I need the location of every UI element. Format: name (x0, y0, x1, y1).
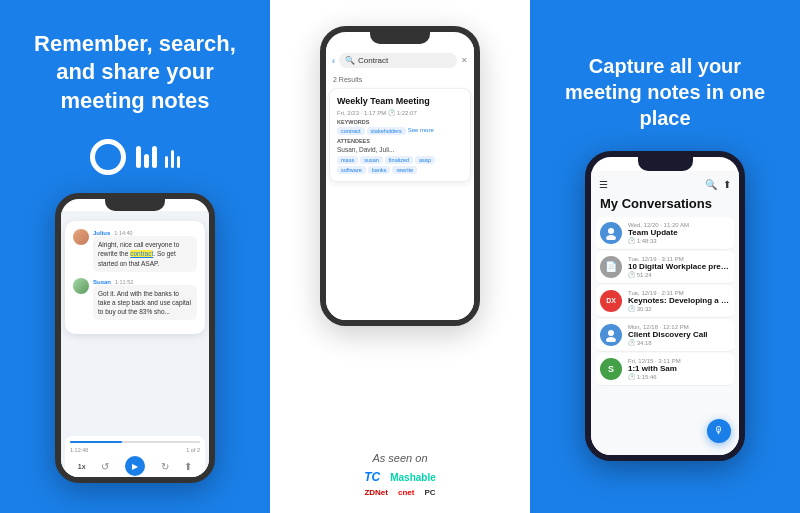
progress-bar-container (70, 441, 200, 443)
attendees-section: ATTENDEES Susan, David, Juli... (337, 138, 463, 153)
panel-right: Capture all your meeting notes in one pl… (530, 0, 800, 513)
keywords-tags: contract stakeholders See more (337, 127, 463, 135)
logo-bar-6 (177, 156, 180, 168)
app-logo (90, 139, 180, 175)
results-count: 2 Results (329, 74, 471, 85)
phone-middle-notch (370, 32, 430, 44)
panel-middle: ‹ 🔍 Contract ✕ 2 Results Weekly Team Mee… (270, 0, 530, 513)
conv-duration-5: 🕐 1:15:46 (628, 373, 730, 380)
forward-icon[interactable]: ↻ (161, 461, 169, 472)
play-btn[interactable]: ▶ (125, 456, 145, 476)
conv-item-5[interactable]: S Fri, 12/15 · 3:11 PM 1:1 with Sam 🕐 1:… (596, 353, 734, 386)
keywords-section: KEYWORDS contract stakeholders See more (337, 119, 463, 135)
tag-asap: asap (415, 156, 435, 164)
share-icon[interactable]: ⬆ (184, 461, 192, 472)
logo-container (90, 139, 180, 175)
conv-info-4: Mon, 12/18 · 12:12 PM Client Discovery C… (628, 324, 730, 346)
panel-left: Remember, search, and share your meeting… (0, 0, 270, 513)
tag-contract: contract (337, 127, 365, 135)
extra-tags: mass susan finalized asap software banks… (337, 156, 463, 174)
avatar-susan (73, 278, 89, 294)
conv-avatar-5: S (600, 358, 622, 380)
conv-avatar-4 (600, 324, 622, 346)
topbar-icons: 🔍 ⬆ (705, 179, 731, 190)
phone-right-notch (638, 157, 693, 171)
logo-bars-icon (136, 146, 180, 168)
search-magnifier-icon: 🔍 (345, 56, 355, 65)
conv-info-3: Tue, 12/19 · 2:31 PM Keynotes: Developin… (628, 290, 730, 312)
right-tagline: Capture all your meeting notes in one pl… (550, 53, 780, 131)
search-bar[interactable]: 🔍 Contract (339, 53, 457, 68)
transcript-row-susan: Susan 1:11:52 Got it. And with the banks… (73, 278, 197, 320)
susan-time: 1:11:52 (115, 279, 133, 285)
logo-bar-1 (136, 146, 141, 168)
phone-right-mockup: ☰ 🔍 ⬆ My Conversations (585, 151, 745, 461)
search-topbar-icon[interactable]: 🔍 (705, 179, 717, 190)
conv-avatar-3: DX (600, 290, 622, 312)
conv-name-1: Team Update (628, 228, 730, 237)
susan-speaker-line: Susan 1:11:52 (93, 278, 197, 285)
svg-point-1 (606, 235, 616, 240)
tag-software: software (337, 166, 366, 174)
phone-left-mockup: Julius 1:14:40 Alright, nice call everyo… (55, 193, 215, 483)
tag-stakeholders: stakeholders (367, 127, 406, 135)
transcript-bubble-susan: Susan 1:11:52 Got it. And with the banks… (93, 278, 197, 320)
playback-controls: 1:12:46 1 of 2 1x ↺ ▶ ↻ ⬆ (65, 436, 205, 481)
back-icon[interactable]: ‹ (332, 56, 335, 66)
left-tagline: Remember, search, and share your meeting… (20, 30, 250, 116)
speed-btn[interactable]: 1x (78, 463, 86, 470)
search-value: Contract (358, 56, 388, 65)
meeting-separator: 🕐 (388, 110, 397, 116)
attendees-value: Susan, David, Juli... (337, 146, 463, 153)
clear-icon[interactable]: ✕ (461, 56, 468, 65)
logo-bar-3 (152, 146, 157, 168)
avatar-julius (73, 229, 89, 245)
logo-bar-5 (171, 150, 174, 168)
attendees-label: ATTENDEES (337, 138, 463, 144)
person-icon-4 (604, 328, 618, 342)
svg-point-0 (608, 228, 614, 234)
media-logos-row-2: ZDNet cnet PC (364, 488, 436, 497)
conv-avatar-2: 📄 (600, 256, 622, 278)
tag-mass: mass (337, 156, 358, 164)
logo-bar-2 (144, 154, 149, 168)
conv-name-3: Keynotes: Developing a Cu... (628, 296, 730, 305)
julius-speaker-line: Julius 1:14:40 (93, 229, 197, 236)
susan-name: Susan (93, 279, 111, 285)
page-indicator: 1 of 2 (186, 447, 200, 453)
tag-banks: banks (368, 166, 391, 174)
keywords-label: KEYWORDS (337, 119, 463, 125)
conv-item-4[interactable]: Mon, 12/18 · 12:12 PM Client Discovery C… (596, 319, 734, 352)
meeting-duration: 1:22:07 (397, 110, 417, 116)
conv-item-2[interactable]: 📄 Tue, 12/19 · 3:11 PM 10 Digital Workpl… (596, 251, 734, 284)
conv-duration-2: 🕐 51:24 (628, 271, 730, 278)
mic-fab-button[interactable]: 🎙 (707, 419, 731, 443)
phone-screen-left: Julius 1:14:40 Alright, nice call everyo… (61, 211, 209, 483)
transcript-bubble-julius: Julius 1:14:40 Alright, nice call everyo… (93, 229, 197, 271)
conv-info-1: Wed, 12/20 · 11:20 AM Team Update 🕐 1:48… (628, 222, 730, 244)
conv-duration-1: 🕐 1:48:33 (628, 237, 730, 244)
share-topbar-icon[interactable]: ⬆ (723, 179, 731, 190)
search-header: ‹ 🔍 Contract ✕ (329, 47, 471, 74)
julius-time: 1:14:40 (114, 230, 132, 236)
rewind-icon[interactable]: ↺ (101, 461, 109, 472)
susan-text: Got it. And with the banks to take a ste… (93, 285, 197, 320)
meeting-card: Weekly Team Meeting Fri, 2/23 · 1:17 PM … (329, 88, 471, 182)
tc-logo: TC (364, 470, 380, 484)
meeting-date: Fri, 2/23 · 1:17 PM (337, 110, 386, 116)
conv-duration-3: 🕐 30:32 (628, 305, 730, 312)
current-time: 1:12:46 (70, 447, 88, 453)
conv-avatar-1 (600, 222, 622, 244)
as-seen-label: As seen on (364, 452, 436, 464)
hamburger-icon[interactable]: ☰ (599, 179, 608, 190)
svg-point-3 (606, 337, 616, 342)
phone-screen-right: ☰ 🔍 ⬆ My Conversations (591, 171, 739, 455)
conversations-list: Wed, 12/20 · 11:20 AM Team Update 🕐 1:48… (596, 217, 734, 386)
tag-finalized: finalized (385, 156, 413, 164)
conv-name-4: Client Discovery Call (628, 330, 730, 339)
conv-name-5: 1:1 with Sam (628, 364, 730, 373)
conv-item-1[interactable]: Wed, 12/20 · 11:20 AM Team Update 🕐 1:48… (596, 217, 734, 250)
conv-item-3[interactable]: DX Tue, 12/19 · 2:31 PM Keynotes: Develo… (596, 285, 734, 318)
controls-row: 1x ↺ ▶ ↻ ⬆ (70, 456, 200, 476)
see-more-link[interactable]: See more (408, 127, 434, 135)
